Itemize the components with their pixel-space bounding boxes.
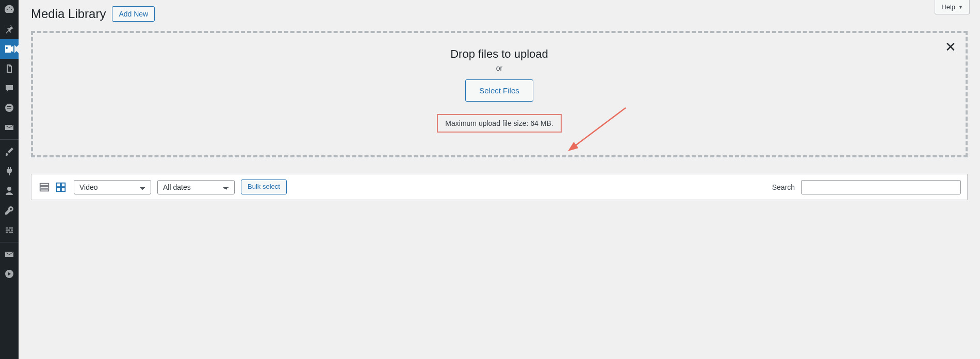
sidebar-item-pages[interactable] — [0, 59, 19, 78]
sidebar-item-mail[interactable] — [0, 118, 19, 137]
svg-rect-9 — [61, 183, 65, 186]
sidebar-item-users[interactable] — [0, 181, 19, 201]
svg-rect-7 — [40, 189, 49, 191]
dropzone-title: Drop files to upload — [43, 47, 955, 61]
max-upload-note: Maximum upload file size: 64 MB. — [437, 114, 561, 133]
help-label: Help — [941, 3, 955, 11]
sidebar-item-comments[interactable] — [0, 78, 19, 98]
svg-rect-2 — [7, 108, 11, 109]
pin-icon — [4, 24, 14, 35]
mail-icon — [4, 249, 14, 259]
sidebar-item-tools[interactable] — [0, 201, 19, 220]
sidebar-item-settings[interactable] — [0, 220, 19, 240]
plug-icon — [4, 166, 14, 176]
user-icon — [4, 186, 14, 196]
sidebar-item-media[interactable] — [0, 39, 19, 59]
svg-rect-8 — [57, 183, 60, 186]
media-icon — [4, 44, 14, 54]
sidebar-item-dashboard[interactable] — [0, 0, 19, 20]
sidebar-item-appearance[interactable] — [0, 142, 19, 161]
search-label: Search — [772, 183, 795, 191]
brush-icon — [4, 146, 14, 157]
sidebar-item-posts[interactable] — [0, 20, 19, 39]
media-toolbar: Video All dates Bulk select Search — [31, 174, 968, 200]
main-content: Help ▼ Media Library Add New ✕ Drop file… — [19, 0, 980, 359]
sidebar-item-custom1[interactable] — [0, 98, 19, 118]
add-new-button[interactable]: Add New — [112, 6, 155, 22]
bulk-select-button[interactable]: Bulk select — [241, 180, 287, 194]
svg-line-4 — [574, 108, 626, 146]
pages-icon — [4, 63, 14, 74]
svg-rect-6 — [40, 186, 49, 188]
admin-sidebar — [0, 0, 19, 359]
chevron-down-icon: ▼ — [958, 5, 963, 10]
date-filter[interactable]: All dates — [157, 180, 235, 194]
mail-icon — [4, 122, 14, 133]
sidebar-item-mail2[interactable] — [0, 244, 19, 264]
svg-rect-10 — [57, 188, 60, 191]
play-circle-icon — [4, 269, 14, 279]
select-files-button[interactable]: Select Files — [465, 79, 533, 102]
list-icon — [39, 182, 50, 193]
media-type-filter[interactable]: Video — [74, 180, 151, 194]
page-header: Media Library Add New — [31, 0, 968, 31]
gauge-icon — [4, 5, 14, 15]
sidebar-item-video[interactable] — [0, 264, 19, 284]
dropzone-or: or — [43, 64, 955, 72]
circle-bars-icon — [4, 103, 14, 113]
svg-rect-5 — [40, 183, 49, 185]
svg-rect-1 — [7, 106, 11, 107]
svg-rect-11 — [61, 188, 65, 191]
list-view-button[interactable] — [38, 181, 51, 194]
help-tab[interactable]: Help ▼ — [935, 0, 970, 14]
view-toggle — [38, 181, 68, 194]
sliders-icon — [4, 225, 14, 235]
grid-icon — [55, 182, 67, 193]
upload-dropzone[interactable]: ✕ Drop files to upload or Select Files M… — [31, 31, 968, 157]
close-icon[interactable]: ✕ — [945, 40, 956, 54]
comment-icon — [4, 83, 14, 93]
grid-view-button[interactable] — [54, 181, 68, 194]
wrench-icon — [4, 205, 14, 216]
search-input[interactable] — [801, 180, 961, 194]
sidebar-item-plugins[interactable] — [0, 161, 19, 181]
annotation-arrow — [566, 105, 628, 152]
page-title: Media Library — [31, 7, 106, 21]
